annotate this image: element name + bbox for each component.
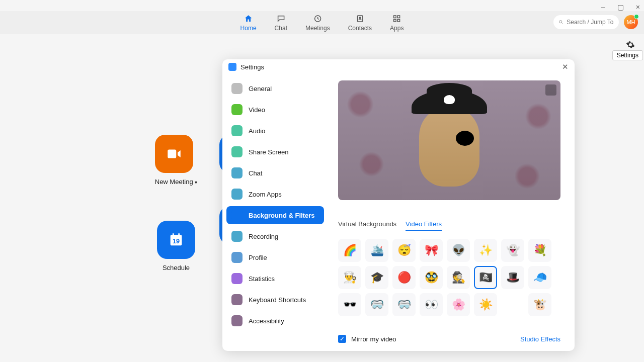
schedule-label: Schedule [157, 264, 195, 272]
video-preview [338, 80, 560, 200]
video-icon [231, 104, 243, 115]
svg-text:19: 19 [173, 237, 180, 245]
filter-pirate[interactable]: 🏴‍☠️ [474, 266, 497, 289]
gear-icon[interactable] [626, 40, 635, 49]
filter-sleepy-zzz[interactable]: 😴 [392, 239, 416, 262]
general-icon [231, 83, 243, 94]
pirate-hat-icon [412, 90, 487, 125]
clock-icon [312, 14, 323, 24]
svg-rect-3 [394, 16, 396, 18]
filter-cow[interactable]: 🐮 [528, 293, 551, 316]
new-meeting-group: New Meeting ▾ [155, 135, 198, 186]
filter-flower-crown[interactable]: 🌸 [447, 293, 470, 316]
nav-home[interactable]: Home [240, 14, 257, 32]
settings-item-recording[interactable]: Recording [226, 227, 324, 245]
avatar[interactable]: MH [624, 15, 638, 29]
filter-red-beret[interactable]: 🔴 [392, 266, 416, 289]
home-icon [244, 14, 254, 24]
filter-submarine[interactable]: 🛳️ [365, 239, 388, 262]
settings-item-label: Keyboard Shortcuts [249, 296, 306, 304]
settings-item-label: Background & Filters [249, 212, 314, 219]
settings-item-zoom-apps[interactable]: Zoom Apps [226, 185, 324, 203]
settings-item-profile[interactable]: Profile [226, 248, 324, 266]
settings-item-label: Accessibility [249, 317, 284, 325]
sleepy-zzz-icon: 😴 [397, 244, 411, 257]
sun-icon: ☀️ [479, 298, 493, 311]
pirate-eyepatch-icon [456, 131, 474, 146]
keys-icon [231, 294, 243, 305]
search-box[interactable] [553, 15, 619, 29]
settings-item-video[interactable]: Video [226, 101, 324, 119]
sparkle-icon: ✨ [479, 244, 493, 257]
settings-body: GeneralVideoAudioShare ScreenChatZoom Ap… [222, 74, 575, 351]
nav-chat[interactable]: Chat [275, 14, 287, 32]
filter-sparkle[interactable]: ✨ [474, 239, 497, 262]
close-icon[interactable]: ✕ [562, 62, 569, 71]
new-meeting-button[interactable] [155, 135, 193, 173]
filter-big-eyes[interactable]: 👀 [420, 293, 443, 316]
bgf-icon [231, 210, 243, 221]
filter-sun[interactable]: ☀️ [474, 293, 497, 316]
settings-item-background-filters[interactable]: Background & Filters [226, 206, 324, 224]
filter-flower-hat[interactable]: 💐 [528, 239, 551, 262]
filter-3d-glasses[interactable]: 🕶️ [338, 293, 361, 316]
tab-video-filters[interactable]: Video Filters [406, 220, 442, 231]
chef-hat-icon: 👨‍🍳 [343, 271, 357, 284]
settings-item-label: Share Screen [249, 148, 289, 156]
filter-ghost[interactable]: 👻 [501, 239, 524, 262]
filter-mustache-glasses[interactable]: 🥸 [420, 266, 443, 289]
color-swirl-icon: 🌈 [343, 244, 357, 257]
settings-item-label: Audio [249, 127, 265, 135]
filter-ski-goggles[interactable]: 🥽 [392, 293, 416, 316]
filter-red-bow[interactable]: 🎀 [420, 239, 443, 262]
filter-black-hat[interactable]: 🎩 [501, 266, 524, 289]
filter-grey-cap[interactable]: 🧢 [528, 266, 551, 289]
rotate-camera-icon[interactable] [545, 84, 556, 96]
nav-meetings[interactable]: Meetings [305, 14, 330, 32]
schedule-button[interactable]: 19 [157, 221, 195, 259]
svg-point-2 [359, 17, 361, 19]
filter-spy-hat[interactable]: 🕵️ [447, 266, 470, 289]
new-meeting-label: New Meeting ▾ [155, 178, 198, 186]
rec-icon [231, 231, 243, 242]
tab-virtual-backgrounds[interactable]: Virtual Backgrounds [338, 220, 396, 231]
black-hat-icon: 🎩 [506, 271, 520, 284]
settings-item-share-screen[interactable]: Share Screen [226, 143, 324, 161]
studio-effects-link[interactable]: Studio Effects [520, 335, 560, 343]
nav-contacts[interactable]: Contacts [348, 14, 372, 32]
chat-icon [276, 14, 286, 24]
filter-graduation[interactable]: 🎓 [365, 266, 388, 289]
contacts-icon [355, 14, 365, 24]
settings-item-label: Recording [249, 233, 278, 240]
filter-color-swirl[interactable]: 🌈 [338, 239, 361, 262]
filter-chef-hat[interactable]: 👨‍🍳 [338, 266, 361, 289]
settings-item-label: Video [249, 106, 265, 114]
nav-apps[interactable]: Apps [390, 14, 404, 32]
settings-item-audio[interactable]: Audio [226, 122, 324, 140]
mirror-checkbox[interactable]: ✓ [338, 335, 346, 343]
search-input[interactable] [567, 19, 614, 26]
filter-vr-headset[interactable]: 🥽 [365, 293, 388, 316]
pirate-icon: 🏴‍☠️ [479, 271, 493, 284]
cow-icon: 🐮 [533, 298, 547, 311]
settings-item-label: Chat [249, 169, 262, 177]
svg-point-7 [559, 21, 562, 23]
settings-item-chat[interactable]: Chat [226, 164, 324, 182]
nav-label: Chat [275, 25, 287, 32]
settings-item-general[interactable]: General [226, 79, 324, 98]
settings-content: Virtual Backgrounds Video Filters 🌈🛳️😴🎀👽… [328, 74, 575, 351]
filter-antennae[interactable]: 👽 [447, 239, 470, 262]
mirror-label: Mirror my video [351, 335, 396, 343]
svg-rect-4 [397, 16, 400, 18]
maximize-button[interactable]: ▢ [617, 3, 624, 11]
settings-item-keyboard-shortcuts[interactable]: Keyboard Shortcuts [226, 291, 324, 309]
share-icon [231, 146, 243, 157]
close-window-button[interactable]: × [636, 3, 640, 11]
settings-item-statistics[interactable]: Statistics [226, 269, 324, 288]
settings-item-label: Profile [249, 254, 267, 261]
settings-title: Settings [240, 63, 264, 71]
svg-rect-8 [168, 150, 176, 158]
minimize-button[interactable]: – [601, 3, 605, 11]
mustache-glasses-icon: 🥸 [425, 271, 438, 284]
settings-item-accessibility[interactable]: Accessibility [226, 312, 324, 330]
